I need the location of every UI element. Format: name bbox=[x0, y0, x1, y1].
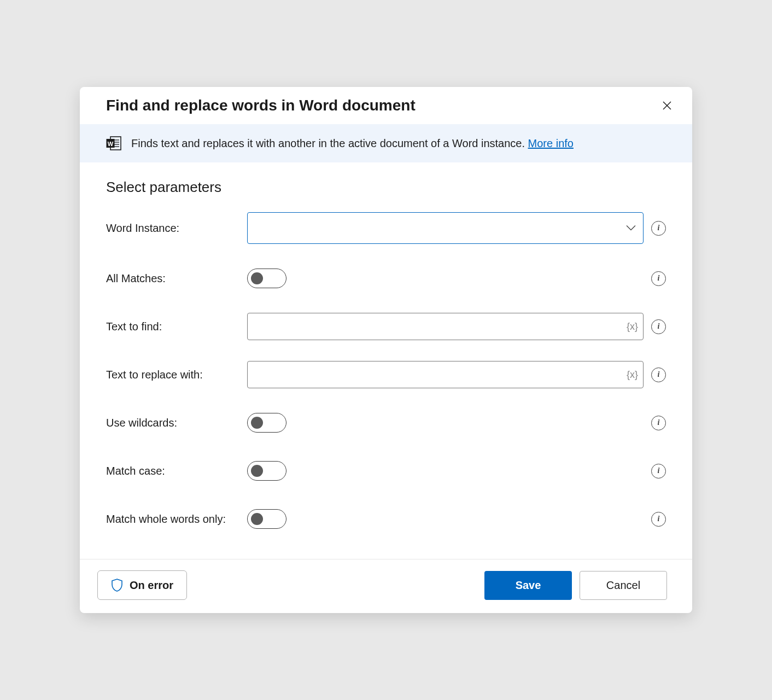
info-icon: i bbox=[651, 464, 666, 479]
cancel-button[interactable]: Cancel bbox=[580, 571, 667, 600]
section-title: Select parameters bbox=[106, 179, 666, 196]
all-matches-label: All Matches: bbox=[106, 272, 247, 285]
on-error-label: On error bbox=[130, 579, 173, 592]
text-to-replace-control: {x} bbox=[247, 361, 644, 388]
text-to-find-wrapper: {x} bbox=[247, 313, 644, 340]
param-text-to-find-row: Text to find: {x} i bbox=[106, 313, 666, 340]
more-info-link[interactable]: More info bbox=[528, 137, 574, 149]
word-instance-control bbox=[247, 212, 644, 244]
on-error-button[interactable]: On error bbox=[97, 570, 187, 600]
text-to-find-label: Text to find: bbox=[106, 320, 247, 333]
param-use-wildcards-row: Use wildcards: i bbox=[106, 409, 666, 436]
info-banner: W Finds text and replaces it with anothe… bbox=[80, 124, 692, 162]
match-case-label: Match case: bbox=[106, 465, 247, 477]
match-case-info[interactable]: i bbox=[651, 464, 666, 479]
match-case-control bbox=[247, 461, 644, 481]
text-to-replace-label: Text to replace with: bbox=[106, 369, 247, 381]
toggle-knob bbox=[251, 272, 263, 284]
all-matches-toggle[interactable] bbox=[247, 269, 286, 288]
use-wildcards-label: Use wildcards: bbox=[106, 417, 247, 429]
word-instance-info[interactable]: i bbox=[651, 221, 666, 236]
svg-text:W: W bbox=[108, 141, 114, 147]
text-to-replace-input[interactable] bbox=[247, 361, 644, 388]
param-match-case-row: Match case: i bbox=[106, 457, 666, 485]
use-wildcards-info[interactable]: i bbox=[651, 416, 666, 430]
banner-description: Finds text and replaces it with another … bbox=[131, 137, 528, 149]
info-icon: i bbox=[651, 512, 666, 527]
use-wildcards-control bbox=[247, 413, 644, 433]
text-to-find-control: {x} bbox=[247, 313, 644, 340]
close-button[interactable] bbox=[658, 97, 676, 114]
match-whole-words-control bbox=[247, 509, 644, 529]
all-matches-info[interactable]: i bbox=[651, 271, 666, 286]
info-icon: i bbox=[651, 416, 666, 430]
word-instance-select[interactable] bbox=[247, 212, 644, 244]
info-icon: i bbox=[651, 368, 666, 382]
dialog-title: Find and replace words in Word document bbox=[106, 97, 416, 114]
toggle-knob bbox=[251, 513, 263, 525]
param-word-instance-row: Word Instance: i bbox=[106, 212, 666, 244]
text-to-find-info[interactable]: i bbox=[651, 319, 666, 334]
param-all-matches-row: All Matches: i bbox=[106, 265, 666, 292]
match-whole-words-toggle[interactable] bbox=[247, 509, 286, 529]
dialog-header: Find and replace words in Word document bbox=[80, 87, 692, 124]
toggle-knob bbox=[251, 417, 263, 429]
dialog-footer: On error Save Cancel bbox=[80, 559, 692, 613]
info-icon: i bbox=[651, 319, 666, 334]
text-to-replace-info[interactable]: i bbox=[651, 368, 666, 382]
all-matches-control bbox=[247, 269, 644, 288]
banner-text: Finds text and replaces it with another … bbox=[131, 137, 574, 150]
param-text-to-replace-row: Text to replace with: {x} i bbox=[106, 361, 666, 388]
info-icon: i bbox=[651, 221, 666, 236]
word-instance-select-wrapper bbox=[247, 212, 644, 244]
info-icon: i bbox=[651, 271, 666, 286]
shield-icon bbox=[111, 579, 123, 592]
match-whole-words-info[interactable]: i bbox=[651, 512, 666, 527]
param-match-whole-words-row: Match whole words only: i bbox=[106, 505, 666, 533]
word-icon: W bbox=[106, 136, 121, 150]
save-button[interactable]: Save bbox=[484, 571, 572, 600]
word-instance-label: Word Instance: bbox=[106, 222, 247, 235]
close-icon bbox=[662, 100, 672, 111]
text-to-replace-wrapper: {x} bbox=[247, 361, 644, 388]
dialog-body: Select parameters Word Instance: i All M… bbox=[80, 162, 692, 559]
toggle-knob bbox=[251, 465, 263, 477]
use-wildcards-toggle[interactable] bbox=[247, 413, 286, 433]
footer-actions: Save Cancel bbox=[484, 571, 667, 600]
text-to-find-input[interactable] bbox=[247, 313, 644, 340]
match-case-toggle[interactable] bbox=[247, 461, 286, 481]
match-whole-words-label: Match whole words only: bbox=[106, 513, 247, 526]
dialog: Find and replace words in Word document … bbox=[80, 87, 692, 613]
